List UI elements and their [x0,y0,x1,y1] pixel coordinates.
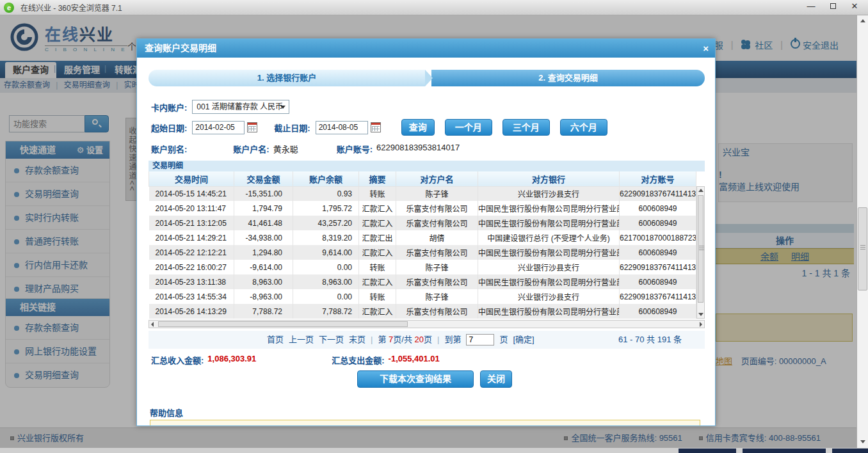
cell: 2014-05-21 13:12:05 [149,216,234,230]
cell: 600608949 [620,274,696,289]
cell: 7,788.72 [234,304,293,319]
browser-360-icon: e [4,3,14,13]
scroll-right-icon[interactable] [700,322,702,327]
first-page-link[interactable]: 首页 [267,331,284,349]
cell: 转账 [359,260,396,274]
cell: 汇款汇出 [359,230,396,245]
table-row[interactable]: 2014-05-26 14:13:297,788.727,788.72汇款汇入乐… [149,304,696,319]
table-row[interactable]: 2014-05-21 14:29:21-34,938.008,319.20汇款汇… [149,230,696,245]
taskbar-strip [0,448,868,453]
pagination-bar: 首页 上一页 下一页 末页 | 第 7页/共 20页 | 到第 页 [确定] [149,331,705,349]
page-scrollbar[interactable] [856,15,868,448]
table-vertical-scrollbar[interactable] [696,186,705,319]
window-title: 在线兴业 - 360安全浏览器 7.1 [20,2,122,13]
transactions-body: 2014-05-15 14:45:21-15,351.000.93转账陈子锋兴业… [149,186,696,319]
cell: 2014-05-15 14:45:21 [149,186,234,201]
one-month-button[interactable]: 一个月 [445,119,492,136]
cell: 0.00 [293,260,359,274]
last-page-link[interactable]: 末页 [349,331,366,349]
download-results-button[interactable]: 下载本次查询结果 [357,370,474,388]
confirm-page-link[interactable]: [确定] [513,331,534,349]
cell: 7,788.72 [293,304,359,319]
account-number-value: 622908183953814017 [376,143,460,155]
table-section-title: 交易明细 [149,161,705,171]
cell: 8,319.20 [293,230,359,245]
cell: 兴业银行沙县支行 [478,260,620,274]
col-time[interactable]: 交易时间 [149,171,234,186]
table-row[interactable]: 2014-05-22 16:00:27-9,614.000.00转账陈子锋兴业银… [149,260,696,274]
scroll-up-icon[interactable] [698,189,703,192]
table-row[interactable]: 2014-05-15 14:45:21-15,351.000.93转账陈子锋兴业… [149,186,696,201]
table-scroll-thumb[interactable] [698,195,703,303]
cell: 乐富支付有限公司 [396,304,478,319]
scroll-down-arrow[interactable] [858,438,867,447]
col-amount[interactable]: 交易金额 [234,171,293,186]
cell: 6217001870001887230 [620,230,696,245]
goto-page-input[interactable] [466,334,494,346]
cell: 0.00 [293,289,359,304]
cell: 8,963.00 [293,274,359,289]
cell: 600608949 [620,245,696,260]
query-button[interactable]: 查询 [401,119,435,136]
cell: 2014-05-22 16:00:27 [149,260,234,274]
col-bank[interactable]: 对方银行 [478,171,620,186]
table-row[interactable]: 2014-05-22 12:12:211,294.809,614.00汇款汇入乐… [149,245,696,260]
minimize-button[interactable]: — [800,0,822,14]
col-summary[interactable]: 摘要 [359,171,396,186]
calendar-icon[interactable] [371,122,381,132]
goto-suffix: 页 [499,331,508,349]
record-range: 61 - 70 共 191 条 [618,331,682,349]
scroll-up-arrow[interactable] [858,17,867,26]
table-row[interactable]: 2014-05-23 14:55:34-8,963.000.00转账陈子锋兴业银… [149,289,696,304]
scrollbar-thumb[interactable] [858,207,867,290]
close-window-button[interactable]: ✕ [844,0,865,14]
cell: 622909183767411413 [620,186,696,201]
screen: e 在线兴业 - 360安全浏览器 7.1 — ✕ 在线兴业 C I B O N… [0,0,868,453]
cell: 8,963.00 [234,274,293,289]
scroll-left-icon[interactable] [151,322,154,327]
cell: 陈子锋 [396,289,478,304]
scroll-down-icon[interactable] [698,313,703,316]
table-row[interactable]: 2014-05-23 13:11:388,963.008,963.00汇款汇入乐… [149,274,696,289]
maximize-button[interactable] [822,0,844,14]
account-info-row: 账户别名: 账户户名: 黄永聪 账户账号: 622908183953814017 [151,143,460,155]
table-row[interactable]: 2014-05-20 13:11:471,794.791,795.72汇款汇入乐… [149,201,696,216]
three-month-button[interactable]: 三个月 [502,119,550,136]
table-row[interactable]: 2014-05-21 13:12:0541,461.4843,257.20汇款汇… [149,216,696,230]
next-page-link[interactable]: 下一页 [319,331,344,349]
table-horizontal-scrollbar[interactable] [149,320,705,328]
cell: 转账 [359,186,396,201]
cell: 乐富支付有限公司 [396,274,478,289]
cell: -8,963.00 [234,289,293,304]
cell: 600608949 [620,304,696,319]
cell: -9,614.00 [234,260,293,274]
calendar-icon[interactable] [247,122,257,132]
close-dialog-button[interactable]: 关闭 [480,370,512,388]
col-counterparty[interactable]: 对方户名 [396,171,478,186]
account-select[interactable]: 001 活期储蓄存款 人民币 [192,100,289,114]
cell: 2014-05-22 12:12:21 [149,245,234,260]
help-box: 可查询指定账户一年以内的交易明细 [150,420,700,426]
summary-row: 汇总收入金额: 1,086,303.91 汇总支出金额: -1,055,401.… [151,354,440,366]
six-month-button[interactable]: 六个月 [560,119,607,136]
dialog-close-icon[interactable]: × [703,39,709,58]
income-value: 1,086,303.91 [207,354,256,366]
end-date-label: 截止日期: [274,122,310,134]
alias-label: 账户别名: [151,143,187,155]
prev-page-link[interactable]: 上一页 [289,331,314,349]
hscroll-thumb[interactable] [158,321,408,327]
cell: 1,294.80 [234,245,293,260]
cell: 乐富支付有限公司 [396,245,478,260]
dialog-header: 查询账户交易明细 × [137,39,715,58]
cell: 1,794.79 [234,201,293,216]
account-number-label: 账户账号: [337,143,373,155]
col-balance[interactable]: 账户余额 [293,171,359,186]
end-date-input[interactable] [316,121,368,134]
goto-label: 到第 [444,331,461,349]
cell: 2014-05-26 14:13:29 [149,304,234,319]
start-date-input[interactable] [192,121,245,134]
col-account[interactable]: 对方账号 [620,171,696,186]
cell: 1,795.72 [293,201,359,216]
cell: 600608949 [620,201,696,216]
cell: 622909183767411413 [620,289,696,304]
